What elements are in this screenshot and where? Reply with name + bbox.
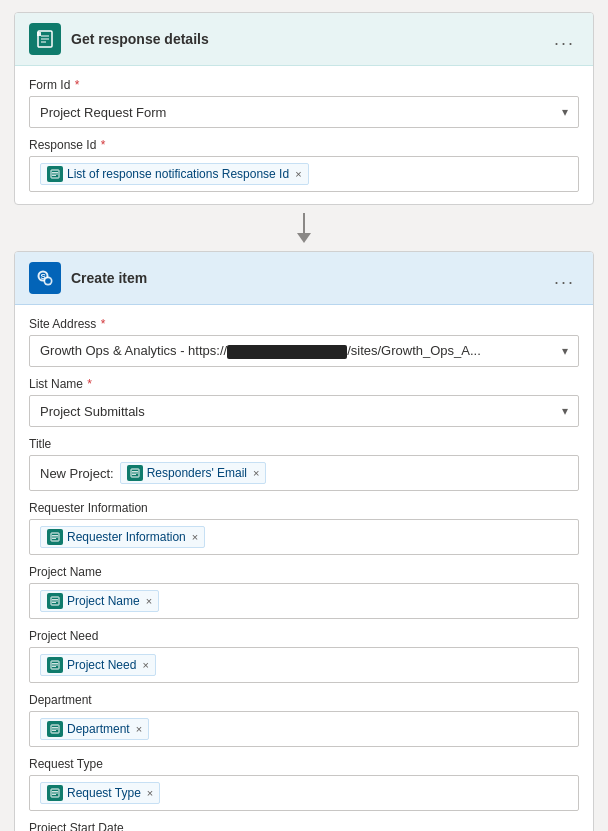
title-inner: New Project: Responders' Email <box>40 462 568 484</box>
title-token: Responders' Email × <box>120 462 267 484</box>
card2-title: Create item <box>71 270 147 286</box>
project-need-inner: Project Need × <box>40 654 568 676</box>
connector-arrow <box>297 205 311 251</box>
response-id-input[interactable]: List of response notifications Response … <box>29 156 579 192</box>
department-field-group: Department De <box>29 693 579 747</box>
request-type-token: Request Type × <box>40 782 160 804</box>
requester-info-token-icon <box>47 529 63 545</box>
project-name-token: Project Name × <box>40 590 159 612</box>
department-token-text: Department <box>67 722 130 736</box>
svg-point-12 <box>45 278 51 284</box>
project-need-token-close[interactable]: × <box>142 659 148 671</box>
response-id-token-icon <box>47 166 63 182</box>
create-item-card: S Create item ... Site Address * Growth … <box>14 251 594 831</box>
list-name-field-group: List Name * Project Submittals ▾ <box>29 377 579 427</box>
department-input[interactable]: Department × <box>29 711 579 747</box>
requester-info-token-text: Requester Information <box>67 530 186 544</box>
requester-info-label: Requester Information <box>29 501 579 515</box>
request-type-field-group: Request Type <box>29 757 579 811</box>
title-token-close[interactable]: × <box>253 467 259 479</box>
project-name-label: Project Name <box>29 565 579 579</box>
title-label: Title <box>29 437 579 451</box>
project-need-token-text: Project Need <box>67 658 136 672</box>
get-response-details-card: Get response details ... Form Id * Proje… <box>14 12 594 205</box>
title-input[interactable]: New Project: Responders' Email <box>29 455 579 491</box>
list-name-dropdown[interactable]: Project Submittals ▾ <box>29 395 579 427</box>
card1-header-left: Get response details <box>29 23 209 55</box>
request-type-token-close[interactable]: × <box>147 787 153 799</box>
project-name-token-close[interactable]: × <box>146 595 152 607</box>
response-id-token-text: List of response notifications Response … <box>67 167 289 181</box>
requester-info-inner: Requester Information × <box>40 526 568 548</box>
site-address-label: Site Address * <box>29 317 579 331</box>
project-need-field-group: Project Need <box>29 629 579 683</box>
redacted-url <box>227 345 347 359</box>
form-id-value: Project Request Form <box>40 105 562 120</box>
department-token-close[interactable]: × <box>136 723 142 735</box>
department-label: Department <box>29 693 579 707</box>
card2-header-left: S Create item <box>29 262 147 294</box>
form-id-field-group: Form Id * Project Request Form ▾ <box>29 78 579 128</box>
title-field-group: Title New Project: <box>29 437 579 491</box>
request-type-token-text: Request Type <box>67 786 141 800</box>
card2-body: Site Address * Growth Ops & Analytics - … <box>15 305 593 831</box>
project-name-token-icon <box>47 593 63 609</box>
sharepoint-icon: S <box>29 262 61 294</box>
requester-info-field-group: Requester Information <box>29 501 579 555</box>
department-inner: Department × <box>40 718 568 740</box>
site-address-required: * <box>101 317 106 331</box>
project-name-input[interactable]: Project Name × <box>29 583 579 619</box>
site-address-text: Growth Ops & Analytics - https:// /sites… <box>40 343 481 359</box>
title-prefix: New Project: <box>40 466 114 481</box>
forms-icon <box>29 23 61 55</box>
card1-body: Form Id * Project Request Form ▾ Respons… <box>15 66 593 204</box>
card2-header: S Create item ... <box>15 252 593 305</box>
requester-info-token: Requester Information × <box>40 526 205 548</box>
response-id-field-group: Response Id * <box>29 138 579 192</box>
requester-info-input[interactable]: Requester Information × <box>29 519 579 555</box>
form-id-chevron: ▾ <box>562 105 568 119</box>
svg-rect-4 <box>37 32 41 36</box>
site-address-dropdown[interactable]: Growth Ops & Analytics - https:// /sites… <box>29 335 579 367</box>
site-address-value: Growth Ops & Analytics - https:// /sites… <box>40 343 562 359</box>
list-name-required: * <box>87 377 92 391</box>
list-name-label: List Name * <box>29 377 579 391</box>
project-name-token-text: Project Name <box>67 594 140 608</box>
response-id-inner: List of response notifications Response … <box>40 163 568 185</box>
form-id-required: * <box>75 78 80 92</box>
card2-menu-button[interactable]: ... <box>550 264 579 293</box>
response-id-token: List of response notifications Response … <box>40 163 309 185</box>
request-type-token-icon <box>47 785 63 801</box>
card1-title: Get response details <box>71 31 209 47</box>
list-name-value: Project Submittals <box>40 404 562 419</box>
department-token: Department × <box>40 718 149 740</box>
connector-line <box>303 213 305 233</box>
site-address-chevron: ▾ <box>562 344 568 358</box>
project-name-field-group: Project Name <box>29 565 579 619</box>
form-id-label: Form Id * <box>29 78 579 92</box>
project-start-date-field-group: Project Start Date <box>29 821 579 831</box>
card1-header: Get response details ... <box>15 13 593 66</box>
project-need-label: Project Need <box>29 629 579 643</box>
site-address-field-group: Site Address * Growth Ops & Analytics - … <box>29 317 579 367</box>
title-token-icon <box>127 465 143 481</box>
project-start-date-label: Project Start Date <box>29 821 579 831</box>
response-id-required: * <box>101 138 106 152</box>
svg-text:S: S <box>41 272 47 281</box>
card1-menu-button[interactable]: ... <box>550 25 579 54</box>
request-type-input[interactable]: Request Type × <box>29 775 579 811</box>
requester-info-token-close[interactable]: × <box>192 531 198 543</box>
department-token-icon <box>47 721 63 737</box>
response-id-token-close[interactable]: × <box>295 168 301 180</box>
list-name-chevron: ▾ <box>562 404 568 418</box>
project-need-input[interactable]: Project Need × <box>29 647 579 683</box>
project-name-inner: Project Name × <box>40 590 568 612</box>
response-id-label: Response Id * <box>29 138 579 152</box>
project-need-token-icon <box>47 657 63 673</box>
project-need-token: Project Need × <box>40 654 156 676</box>
form-id-dropdown[interactable]: Project Request Form ▾ <box>29 96 579 128</box>
request-type-label: Request Type <box>29 757 579 771</box>
request-type-inner: Request Type × <box>40 782 568 804</box>
connector-arrowhead <box>297 233 311 243</box>
title-token-text: Responders' Email <box>147 466 247 480</box>
